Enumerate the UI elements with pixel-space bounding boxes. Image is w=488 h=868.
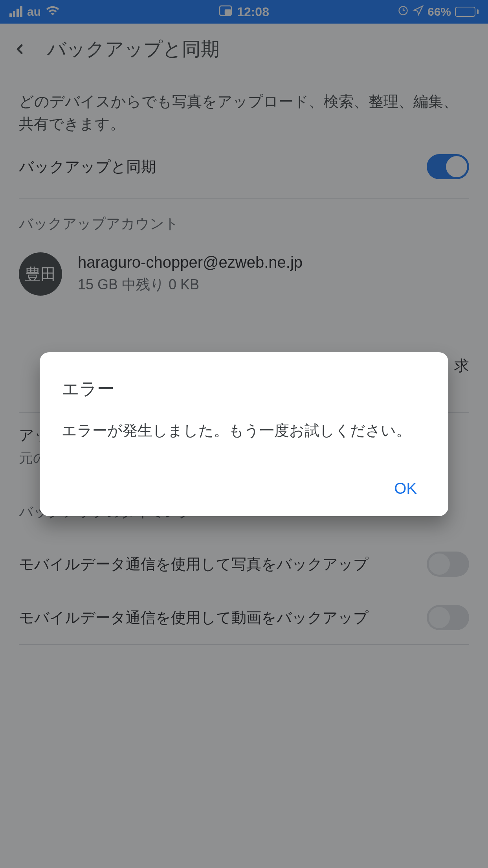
dialog-actions: OK [62,473,426,504]
ok-button[interactable]: OK [385,473,426,504]
dialog-message: エラーが発生しました。もう一度お試しください。 [62,419,426,442]
dialog-title: エラー [62,377,426,401]
modal-overlay: エラー エラーが発生しました。もう一度お試しください。 OK [0,0,488,868]
error-dialog: エラー エラーが発生しました。もう一度お試しください。 OK [40,352,448,516]
